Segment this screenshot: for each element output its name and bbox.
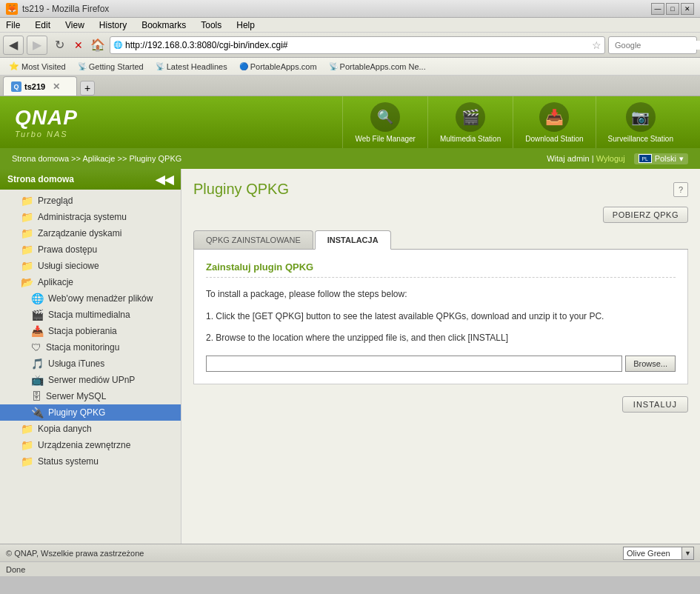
status-bar: © QNAP, Wszelkie prawa zastrzeżone Olive… — [0, 544, 700, 561]
search-input[interactable] — [615, 41, 700, 50]
app-icon: 🌐 — [31, 293, 44, 304]
app-icon-2: 🎬 — [31, 309, 44, 321]
browser-menubar: File Edit View History Bookmarks Tools H… — [0, 18, 700, 33]
close-button[interactable]: ✕ — [681, 3, 694, 15]
tab-installed[interactable]: QPKG ZAINSTALOWANE — [193, 230, 313, 249]
sidebar-item-webowy[interactable]: 🌐 Web'owy menadżer plików — [0, 290, 181, 307]
browser-title: ts219 - Mozilla Firefox — [22, 4, 109, 14]
back-button[interactable]: ◀ — [3, 36, 24, 55]
stop-button[interactable]: ✕ — [71, 36, 86, 54]
new-tab-button[interactable]: + — [80, 81, 95, 96]
pobierz-qpkg-button[interactable]: POBIERZ QPKG — [603, 207, 688, 223]
page-title: Pluginy QPKG — [193, 181, 289, 198]
sidebar-item-stacja-pobierania[interactable]: 📥 Stacja pobierania — [0, 323, 181, 339]
nav-multimedia[interactable]: 🎬 Multimedia Station — [427, 96, 513, 149]
tab-container: QPKG ZAINSTALOWANE INSTALACJA Zainstaluj… — [193, 230, 688, 384]
help-icon[interactable]: ? — [673, 182, 688, 197]
sidebar-item-status[interactable]: 📁 Status systemu — [0, 453, 181, 470]
theme-selector[interactable]: Olive Green ▼ — [623, 547, 694, 560]
sidebar-item-aplikacje[interactable]: 📂 Aplikacje — [0, 274, 181, 290]
bookmark-most-visited[interactable]: ⭐ Most Visited — [4, 61, 70, 72]
sidebar-item-prawa[interactable]: 📁 Prawa dostępu — [0, 241, 181, 258]
qnap-logo: QNAP Turbo NAS — [15, 106, 78, 139]
maximize-button[interactable]: □ — [666, 3, 679, 15]
open-folder-icon: 📂 — [21, 276, 33, 288]
language-selector[interactable]: PL Polski ▾ — [634, 153, 688, 164]
menu-bookmarks[interactable]: Bookmarks — [139, 19, 189, 31]
menu-view[interactable]: View — [62, 19, 87, 31]
logout-link[interactable]: Wyloguj — [596, 154, 625, 163]
browser-tab-bar: Q ts219 ✕ + — [0, 76, 700, 96]
tab-favicon: Q — [11, 81, 21, 92]
folder-icon-2: 📁 — [21, 423, 33, 435]
address-icon: 🌐 — [113, 41, 122, 49]
nav-download[interactable]: 📥 Download Station — [513, 96, 595, 149]
menu-tools[interactable]: Tools — [198, 19, 224, 31]
sidebar-item-stacja-monitoringu[interactable]: 🛡 Stacja monitoringu — [0, 339, 181, 356]
folder-icon-4: 📁 — [21, 455, 33, 467]
sidebar-item-stacja-multimedialna[interactable]: 🎬 Stacja multimedialna — [0, 307, 181, 323]
menu-file[interactable]: File — [3, 19, 23, 31]
folder-icon: 📁 — [21, 211, 33, 223]
breadcrumb-right: Witaj admin | Wyloguj PL Polski ▾ — [547, 153, 688, 164]
reload-button[interactable]: ↻ — [50, 36, 68, 54]
qnap-app: QNAP Turbo NAS 🔍 Web File Manager 🎬 Mult… — [0, 96, 700, 561]
bookmark-latest-headlines[interactable]: 📡 Latest Headlines — [151, 61, 232, 72]
nav-surveillance[interactable]: 📷 Surveillance Station — [596, 96, 685, 149]
browse-button[interactable]: Browse... — [625, 356, 676, 372]
tab-installation[interactable]: INSTALACJA — [315, 230, 391, 250]
bookmark-portableapps[interactable]: 🔵 PortableApps.com — [235, 61, 321, 72]
instaluj-button[interactable]: INSTALUJ — [622, 396, 688, 413]
folder-icon: 📁 — [21, 227, 33, 239]
minimize-button[interactable]: — — [651, 3, 664, 15]
install-intro: To install a package, please follow the … — [206, 287, 676, 303]
surveillance-icon: 📷 — [626, 102, 656, 132]
home-button[interactable]: 🏠 — [89, 36, 107, 54]
bookmark-star-icon[interactable]: ☆ — [592, 39, 601, 51]
install-step2: 2. Browse to the location where the unzi… — [206, 330, 676, 347]
star-icon: ⭐ — [9, 61, 19, 71]
menu-help[interactable]: Help — [233, 19, 258, 31]
browser-tab-ts219[interactable]: Q ts219 ✕ — [3, 76, 77, 96]
menu-history[interactable]: History — [96, 19, 130, 31]
content-area: Pluginy QPKG ? POBIERZ QPKG QPKG ZAINSTA… — [181, 169, 700, 544]
sidebar-item-pluginy[interactable]: 🔌 Pluginy QPKG — [0, 404, 181, 421]
sidebar-item-mysql[interactable]: 🗄 Serwer MySQL — [0, 388, 181, 404]
search-wrapper[interactable]: 🔍 — [608, 36, 697, 54]
install-step1: 1. Click the [GET QPKG] button to see th… — [206, 309, 676, 325]
nav-webfilemanager[interactable]: 🔍 Web File Manager — [342, 96, 427, 149]
sidebar-item-dyski[interactable]: 📁 Zarządzanie dyskami — [0, 225, 181, 241]
sidebar-item-upnp[interactable]: 📺 Serwer mediów UPnP — [0, 372, 181, 388]
forward-button[interactable]: ▶ — [27, 36, 47, 55]
sidebar-nav: 📁 Przegląd 📁 Administracja systemu 📁 Zar… — [0, 190, 181, 473]
breadcrumb: Strona domowa >> Aplikacje >> Pluginy QP… — [12, 154, 181, 163]
bookmark-getting-started[interactable]: 📡 Getting Started — [73, 61, 148, 72]
sidebar-item-urzadzenia[interactable]: 📁 Urządzenia zewnętrzne — [0, 437, 181, 453]
qnap-nav-icons: 🔍 Web File Manager 🎬 Multimedia Station … — [342, 96, 685, 149]
page-title-row: Pluginy QPKG ? — [193, 181, 688, 198]
app-icon-7: 🗄 — [31, 390, 41, 402]
theme-dropdown[interactable]: Olive Green — [623, 547, 682, 560]
sidebar-item-kopia[interactable]: 📁 Kopia danych — [0, 421, 181, 437]
breadcrumb-bar: Strona domowa >> Aplikacje >> Pluginy QP… — [0, 148, 700, 169]
download-icon: 📥 — [539, 102, 569, 132]
sidebar-item-administracja[interactable]: 📁 Administracja systemu — [0, 209, 181, 225]
tab-nav: QPKG ZAINSTALOWANE INSTALACJA — [193, 230, 688, 250]
copyright-text: © QNAP, Wszelkie prawa zastrzeżone — [6, 549, 144, 558]
address-bar-wrapper[interactable]: 🌐 ☆ — [110, 36, 605, 54]
address-input[interactable] — [125, 40, 589, 50]
sidebar-item-przeglad[interactable]: 📁 Przegląd — [0, 193, 181, 209]
file-path-input[interactable] — [206, 356, 622, 372]
titlebar-controls: — □ ✕ — [651, 3, 694, 15]
menu-edit[interactable]: Edit — [32, 19, 53, 31]
bookmarks-bar: ⭐ Most Visited 📡 Getting Started 📡 Lates… — [0, 58, 700, 76]
bookmark-portableapps-ne[interactable]: 📡 PortableApps.com Ne... — [324, 61, 430, 72]
sidebar: Strona domowa ◀◀ 📁 Przegląd 📁 Administra… — [0, 169, 181, 544]
install-section-title: Zainstaluj plugin QPKG — [206, 261, 676, 278]
sidebar-collapse-icon[interactable]: ◀◀ — [156, 173, 173, 187]
sidebar-item-itunes[interactable]: 🎵 Usługa iTunes — [0, 356, 181, 372]
theme-dropdown-arrow[interactable]: ▼ — [682, 547, 694, 560]
rss-icon: 📡 — [78, 62, 87, 70]
tab-close-icon[interactable]: ✕ — [53, 81, 60, 92]
sidebar-item-uslugi[interactable]: 📁 Usługi sieciowe — [0, 258, 181, 274]
